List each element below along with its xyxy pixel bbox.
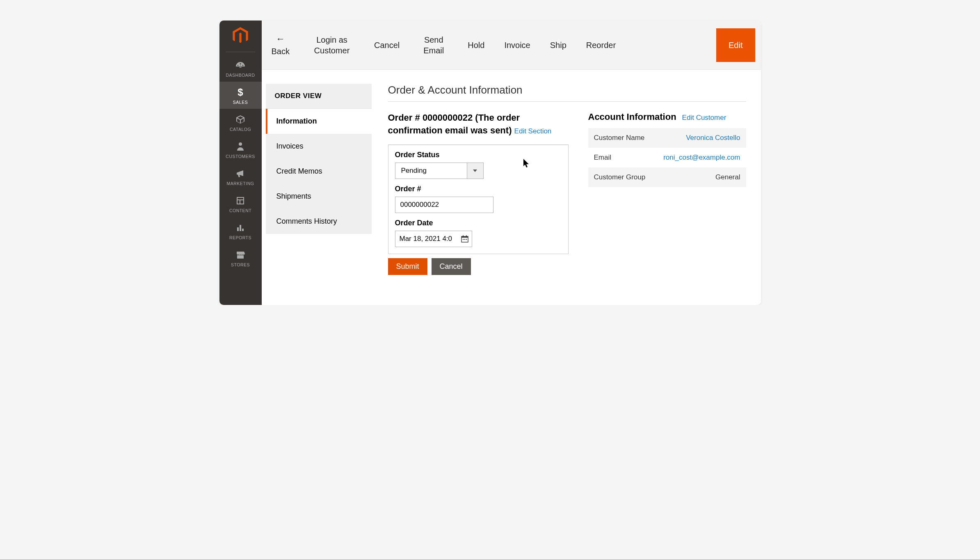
account-info-header: Account Information Edit Customer bbox=[588, 112, 746, 122]
order-number-input[interactable] bbox=[395, 197, 493, 213]
sidebar-label: SALES bbox=[219, 100, 262, 105]
app-window: DASHBOARD $ SALES CATALOG CUSTOMERS MARK… bbox=[219, 21, 761, 305]
sidebar-item-content[interactable]: CONTENT bbox=[219, 190, 262, 217]
sidebar-item-reports[interactable]: REPORTS bbox=[219, 217, 262, 244]
magento-logo[interactable] bbox=[232, 24, 249, 52]
edit-customer-link[interactable]: Edit Customer bbox=[682, 114, 726, 122]
svg-point-1 bbox=[239, 142, 242, 146]
sidebar-item-stores[interactable]: STORES bbox=[219, 244, 262, 271]
megaphone-icon bbox=[219, 168, 262, 179]
submit-button[interactable]: Submit bbox=[388, 258, 427, 275]
person-icon bbox=[219, 141, 262, 152]
sidebar-label: CONTENT bbox=[219, 208, 262, 213]
order-date-label: Order Date bbox=[395, 219, 562, 227]
tab-credit-memos[interactable]: Credit Memos bbox=[266, 159, 372, 184]
svg-rect-9 bbox=[463, 239, 464, 240]
order-date-input[interactable]: Mar 18, 2021 4:0 bbox=[395, 231, 472, 247]
order-status-label: Order Status bbox=[395, 151, 562, 159]
sidebar-item-sales[interactable]: $ SALES bbox=[219, 82, 262, 109]
form-button-row: Submit Cancel bbox=[388, 258, 569, 275]
account-row-group: Customer Group General bbox=[588, 167, 746, 187]
sidebar-label: REPORTS bbox=[219, 235, 262, 240]
tab-information[interactable]: Information bbox=[266, 109, 372, 134]
order-form-panel: Order Status Pending Order # bbox=[388, 144, 569, 254]
svg-rect-8 bbox=[466, 235, 467, 237]
admin-sidebar: DASHBOARD $ SALES CATALOG CUSTOMERS MARK… bbox=[219, 21, 262, 305]
ship-button[interactable]: Ship bbox=[540, 21, 576, 69]
back-button[interactable]: ← Back bbox=[262, 21, 299, 69]
back-label: Back bbox=[272, 46, 290, 57]
order-toolbar: ← Back Login as Customer Cancel Send Ema… bbox=[262, 21, 761, 70]
order-heading: Order # 0000000022 (The order confirmati… bbox=[388, 112, 569, 137]
account-info-column: Account Information Edit Customer Custom… bbox=[588, 112, 746, 275]
sidebar-label: CUSTOMERS bbox=[219, 154, 262, 159]
send-email-button[interactable]: Send Email bbox=[409, 21, 458, 69]
order-number-label: Order # bbox=[395, 185, 562, 193]
cancel-order-button[interactable]: Cancel bbox=[364, 21, 409, 69]
account-row-name: Customer Name Veronica Costello bbox=[588, 128, 746, 148]
layout-icon bbox=[219, 195, 262, 206]
svg-text:$: $ bbox=[238, 87, 243, 98]
svg-rect-10 bbox=[464, 239, 465, 240]
svg-rect-7 bbox=[463, 235, 464, 237]
dollar-icon: $ bbox=[219, 87, 262, 98]
tab-shipments[interactable]: Shipments bbox=[266, 184, 372, 209]
order-date-value: Mar 18, 2021 4:0 bbox=[395, 235, 458, 243]
sidebar-divider bbox=[226, 52, 255, 52]
account-row-email: Email roni_cost@example.com bbox=[588, 148, 746, 167]
customer-email-link[interactable]: roni_cost@example.com bbox=[663, 153, 740, 162]
two-column-layout: Order # 0000000022 (The order confirmati… bbox=[388, 112, 746, 275]
storefront-icon bbox=[219, 249, 262, 261]
content-row: ORDER VIEW Information Invoices Credit M… bbox=[262, 70, 761, 305]
sidebar-label: DASHBOARD bbox=[219, 73, 262, 78]
edit-button[interactable]: Edit bbox=[716, 28, 755, 62]
svg-rect-11 bbox=[466, 239, 467, 240]
box-icon bbox=[219, 114, 262, 125]
order-view-panel: ORDER VIEW Information Invoices Credit M… bbox=[266, 84, 372, 234]
tab-invoices[interactable]: Invoices bbox=[266, 134, 372, 159]
sidebar-item-marketing[interactable]: MARKETING bbox=[219, 163, 262, 190]
login-as-customer-button[interactable]: Login as Customer bbox=[299, 21, 364, 69]
section-title: Order & Account Information bbox=[388, 84, 746, 102]
account-info-title: Account Information bbox=[588, 112, 676, 122]
calendar-icon[interactable] bbox=[458, 235, 472, 243]
sidebar-item-customers[interactable]: CUSTOMERS bbox=[219, 136, 262, 163]
order-info-column: Order # 0000000022 (The order confirmati… bbox=[388, 112, 569, 275]
arrow-left-icon: ← bbox=[276, 33, 285, 45]
bar-chart-icon bbox=[219, 222, 262, 234]
gauge-icon bbox=[219, 60, 262, 71]
svg-rect-4 bbox=[242, 229, 244, 231]
customer-group-value: General bbox=[715, 173, 740, 181]
order-status-value: Pending bbox=[395, 163, 467, 179]
sidebar-label: STORES bbox=[219, 262, 262, 267]
sidebar-label: MARKETING bbox=[219, 181, 262, 186]
sidebar-item-catalog[interactable]: CATALOG bbox=[219, 109, 262, 136]
svg-rect-2 bbox=[237, 227, 239, 231]
svg-rect-6 bbox=[461, 236, 468, 238]
chevron-down-icon[interactable] bbox=[467, 163, 483, 179]
sidebar-item-dashboard[interactable]: DASHBOARD bbox=[219, 55, 262, 82]
sidebar-label: CATALOG bbox=[219, 127, 262, 132]
order-view-header: ORDER VIEW bbox=[266, 84, 372, 109]
account-info-table: Customer Name Veronica Costello Email ro… bbox=[588, 128, 746, 187]
invoice-button[interactable]: Invoice bbox=[494, 21, 540, 69]
cancel-button[interactable]: Cancel bbox=[432, 258, 471, 275]
tab-comments-history[interactable]: Comments History bbox=[266, 209, 372, 234]
order-content: Order & Account Information Order # 0000… bbox=[372, 84, 761, 305]
order-status-select[interactable]: Pending bbox=[395, 163, 484, 179]
reorder-button[interactable]: Reorder bbox=[576, 21, 626, 69]
edit-section-link[interactable]: Edit Section bbox=[514, 127, 552, 135]
svg-rect-3 bbox=[240, 225, 241, 231]
customer-name-link[interactable]: Veronica Costello bbox=[686, 134, 740, 142]
main-area: ← Back Login as Customer Cancel Send Ema… bbox=[262, 21, 761, 305]
hold-button[interactable]: Hold bbox=[458, 21, 494, 69]
